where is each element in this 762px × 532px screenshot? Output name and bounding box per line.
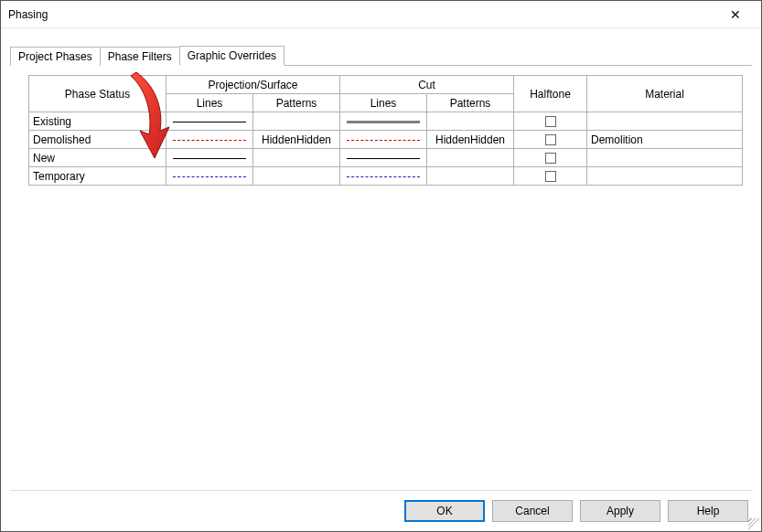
header-material[interactable]: Material	[587, 76, 743, 112]
overrides-table: Phase Status Projection/Surface Cut Half…	[28, 75, 743, 186]
cell-cut-lines[interactable]	[340, 149, 427, 167]
table-row: Existing	[29, 112, 743, 131]
cell-proj-patterns[interactable]	[253, 149, 340, 167]
cell-halftone[interactable]	[514, 149, 587, 167]
cell-proj-lines[interactable]	[166, 167, 253, 186]
cell-phase-status[interactable]: Existing	[29, 112, 166, 131]
help-button[interactable]: Help	[668, 500, 748, 522]
cell-material[interactable]	[587, 167, 743, 186]
resize-grip-icon[interactable]	[748, 518, 759, 529]
table-row: New	[29, 149, 743, 167]
separator	[10, 490, 752, 491]
tab-phase-filters[interactable]: Phase Filters	[100, 47, 180, 66]
cell-proj-lines[interactable]	[166, 131, 253, 149]
cell-cut-patterns[interactable]	[427, 167, 514, 186]
apply-button[interactable]: Apply	[580, 500, 660, 522]
line-style-icon	[347, 176, 420, 177]
header-halftone[interactable]: Halftone	[514, 76, 587, 112]
cancel-button[interactable]: Cancel	[492, 500, 573, 522]
cell-proj-lines[interactable]	[166, 112, 253, 131]
tab-graphic-overrides[interactable]: Graphic Overrides	[179, 46, 284, 66]
header-proj-patterns[interactable]: Patterns	[253, 94, 340, 112]
cell-cut-patterns[interactable]	[427, 149, 514, 167]
close-icon[interactable]: ✕	[717, 1, 754, 28]
checkbox-icon[interactable]	[545, 116, 556, 127]
cell-cut-lines[interactable]	[340, 112, 427, 131]
window-title: Phasing	[8, 8, 48, 21]
header-cut-lines[interactable]: Lines	[340, 94, 427, 112]
line-style-icon	[347, 158, 420, 159]
cell-proj-patterns[interactable]: HiddenHidden	[253, 131, 340, 149]
cell-halftone[interactable]	[514, 112, 587, 131]
header-phase-status[interactable]: Phase Status	[29, 76, 166, 112]
line-style-icon	[173, 176, 246, 177]
cell-phase-status[interactable]: Demolished	[29, 131, 166, 149]
cell-phase-status[interactable]: Temporary	[29, 167, 166, 186]
header-cut[interactable]: Cut	[340, 76, 514, 94]
tab-content: Phase Status Projection/Surface Cut Half…	[10, 66, 752, 495]
titlebar: Phasing ✕	[1, 1, 761, 28]
checkbox-icon[interactable]	[545, 153, 556, 164]
cell-halftone[interactable]	[514, 167, 587, 186]
cell-material[interactable]	[587, 149, 743, 167]
tab-project-phases[interactable]: Project Phases	[10, 47, 101, 66]
header-projection-surface[interactable]: Projection/Surface	[166, 76, 340, 94]
cell-halftone[interactable]	[514, 131, 587, 149]
button-bar: OK Cancel Apply Help	[404, 500, 748, 522]
cell-proj-patterns[interactable]	[253, 167, 340, 186]
cell-phase-status[interactable]: New	[29, 149, 166, 167]
checkbox-icon[interactable]	[545, 171, 556, 182]
line-style-icon	[347, 121, 420, 123]
tabstrip: Project Phases Phase Filters Graphic Ove…	[10, 45, 752, 66]
table-row: Temporary	[29, 167, 743, 186]
cell-cut-lines[interactable]	[340, 131, 427, 149]
line-style-icon	[347, 140, 420, 141]
header-proj-lines[interactable]: Lines	[166, 94, 253, 112]
cell-cut-lines[interactable]	[340, 167, 427, 186]
line-style-icon	[173, 158, 246, 159]
line-style-icon	[173, 122, 246, 122]
cell-material[interactable]: Demolition	[587, 131, 743, 149]
line-style-icon	[173, 140, 246, 141]
cell-proj-patterns[interactable]	[253, 112, 340, 131]
ok-button[interactable]: OK	[404, 500, 485, 522]
cell-proj-lines[interactable]	[166, 149, 253, 167]
header-cut-patterns[interactable]: Patterns	[427, 94, 514, 112]
table-row: DemolishedHiddenHiddenHiddenHiddenDemoli…	[29, 131, 743, 149]
checkbox-icon[interactable]	[545, 134, 556, 145]
cell-cut-patterns[interactable]	[427, 112, 514, 131]
cell-material[interactable]	[587, 112, 743, 131]
cell-cut-patterns[interactable]: HiddenHidden	[427, 131, 514, 149]
